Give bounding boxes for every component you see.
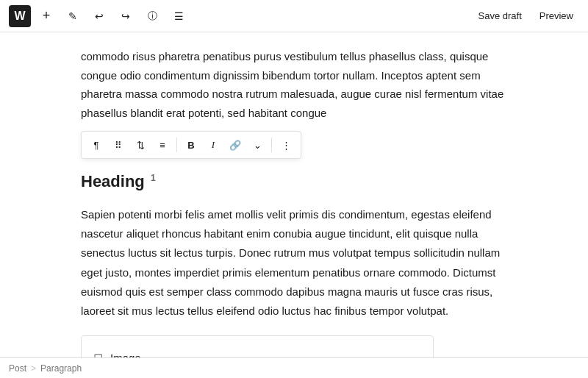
toolbar-divider-1 bbox=[176, 138, 177, 152]
undo-button[interactable] bbox=[88, 5, 110, 27]
heading-block[interactable]: Heading 1 bbox=[81, 171, 507, 193]
link-icon: 🔗 bbox=[229, 140, 241, 151]
edit-button[interactable] bbox=[62, 5, 84, 27]
heading-level-marker: 1 bbox=[151, 173, 156, 183]
top-toolbar: W Save draft Preview bbox=[0, 0, 588, 32]
wordpress-logo[interactable]: W bbox=[9, 5, 31, 27]
redo-button[interactable] bbox=[115, 5, 137, 27]
save-draft-button[interactable]: Save draft bbox=[472, 7, 527, 24]
paragraph-icon: ¶ bbox=[94, 140, 99, 151]
list-icon bbox=[174, 10, 184, 22]
info-icon bbox=[148, 10, 157, 23]
align-icon: ≡ bbox=[159, 140, 165, 151]
image-icon bbox=[93, 352, 103, 357]
bold-button[interactable]: B bbox=[181, 135, 201, 155]
arrows-icon: ⇅ bbox=[137, 140, 145, 151]
toolbar-left: W bbox=[9, 5, 190, 27]
more-icon: ⋮ bbox=[282, 140, 291, 151]
editor-area: commodo risus pharetra penatibus purus v… bbox=[0, 32, 588, 357]
context-breadcrumb: Paragraph bbox=[40, 363, 82, 374]
pencil-icon bbox=[68, 10, 77, 22]
main-content: commodo risus pharetra penatibus purus v… bbox=[0, 32, 588, 357]
add-block-button[interactable] bbox=[35, 5, 57, 27]
info-button[interactable] bbox=[141, 5, 163, 27]
align-button[interactable]: ≡ bbox=[152, 135, 173, 155]
toolbar-right: Save draft Preview bbox=[472, 7, 579, 24]
heading-text: Heading bbox=[81, 172, 149, 190]
more-options-button[interactable]: ⋮ bbox=[276, 135, 296, 155]
block-toolbar: ¶ ⠿ ⇅ ≡ B I 🔗 ⌄ bbox=[81, 131, 301, 159]
chevron-down-icon: ⌄ bbox=[254, 140, 262, 151]
link-button[interactable]: 🔗 bbox=[225, 135, 245, 155]
post-breadcrumb[interactable]: Post bbox=[9, 363, 26, 374]
paragraph-type-button[interactable]: ¶ bbox=[86, 135, 107, 155]
image-block-icon bbox=[93, 351, 103, 357]
body-paragraph[interactable]: Sapien potenti morbi felis amet mollis v… bbox=[81, 205, 507, 321]
move-button[interactable]: ⇅ bbox=[130, 135, 151, 155]
more-text-options-button[interactable]: ⌄ bbox=[247, 135, 268, 155]
intro-paragraph[interactable]: commodo risus pharetra penatibus purus v… bbox=[81, 47, 507, 122]
toolbar-divider-2 bbox=[271, 138, 272, 152]
preview-button[interactable]: Preview bbox=[534, 7, 579, 24]
image-block[interactable]: Image bbox=[81, 335, 434, 357]
dots-grid-icon: ⠿ bbox=[115, 140, 122, 151]
italic-button[interactable]: I bbox=[203, 135, 223, 155]
image-block-label: Image bbox=[110, 352, 141, 357]
redo-icon bbox=[121, 10, 130, 22]
plus-icon bbox=[43, 8, 51, 24]
drag-button[interactable]: ⠿ bbox=[108, 135, 129, 155]
breadcrumb-separator: > bbox=[31, 363, 36, 374]
list-view-button[interactable] bbox=[168, 5, 190, 27]
status-bar: Post > Paragraph bbox=[0, 357, 588, 378]
editor-inner: commodo risus pharetra penatibus purus v… bbox=[66, 47, 522, 357]
undo-icon bbox=[95, 10, 104, 22]
